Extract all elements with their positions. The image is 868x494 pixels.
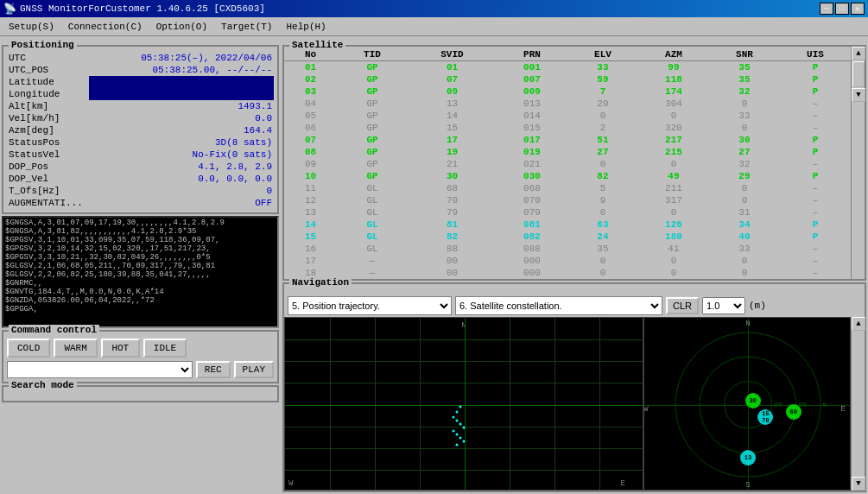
nav-scroll-up[interactable]: ▲ xyxy=(852,317,865,331)
sat-col-header: SNR xyxy=(709,48,780,61)
satellite-dot: 60 xyxy=(786,404,801,420)
nav-scale-select[interactable]: 1.0 xyxy=(702,297,745,314)
nav-view1-select[interactable]: 5. Position trajectory. xyxy=(288,296,452,315)
nav-scrollbar[interactable]: ▲ ▼ xyxy=(851,317,865,491)
pos-label: UTC xyxy=(7,52,89,64)
hot-button[interactable]: HOT xyxy=(101,339,140,358)
table-row: 13GL790790031– xyxy=(284,206,851,218)
constellation-view[interactable]: 30600NSEW15 70301360 xyxy=(643,317,851,491)
nav-views: W E N 30600NSEW15 70301360 ▲ ▼ xyxy=(284,317,865,491)
cold-button[interactable]: COLD xyxy=(7,339,50,358)
pos-value: 0.0 xyxy=(89,112,274,124)
play-button[interactable]: PLAY xyxy=(234,361,274,378)
main-content: Positioning UTC05:38:25(–), 2022/04/06UT… xyxy=(0,36,868,494)
scroll-down-button[interactable]: ▼ xyxy=(852,88,865,102)
nav-view2-select[interactable]: 6. Satellite constellation. xyxy=(455,296,662,315)
menu-connection[interactable]: Connection(C) xyxy=(61,20,149,34)
satellite-scrollbar[interactable]: ▲ ▼ xyxy=(851,47,865,279)
nmea-line: $GNGSA,A,3,01,07,09,17,19,30,,,,,,,,4.1,… xyxy=(5,218,276,227)
grid-line-h xyxy=(285,448,643,449)
trajectory-dot xyxy=(455,434,458,436)
satellite-table: NoTIDSVIDPRNELVAZMSNRUIS 01GP01001339935… xyxy=(284,48,851,279)
satellite-title: Satellite xyxy=(289,40,345,50)
nav-scale-unit: (m) xyxy=(749,301,766,311)
trajectory-dot xyxy=(452,430,454,433)
grid-line-h xyxy=(285,470,643,471)
nav-scroll-down[interactable]: ▼ xyxy=(852,477,865,491)
nav-toolbar: 5. Position trajectory. 6. Satellite con… xyxy=(284,284,865,317)
satellite-group: Satellite NoTIDSVIDPRNELVAZMSNRUIS 01GP0… xyxy=(282,45,866,281)
positioning-table: UTC05:38:25(–), 2022/04/06UTC_POS05:38:2… xyxy=(7,52,274,209)
trajectory-dot xyxy=(452,416,454,419)
pos-label: Alt[km] xyxy=(7,100,89,112)
maximize-button[interactable]: □ xyxy=(835,3,849,15)
crosshair-h xyxy=(285,405,643,406)
search-mode-group: Search mode xyxy=(2,385,279,402)
table-row: 14GL810816312634P xyxy=(284,218,851,231)
grid-line-v xyxy=(599,318,600,490)
scroll-thumb[interactable] xyxy=(852,61,865,87)
direction-label: S xyxy=(745,481,750,490)
pos-label: Azm[deg] xyxy=(7,124,89,136)
pos-label: Latitude xyxy=(7,76,89,88)
table-row: 07GP170175121730P xyxy=(284,134,851,146)
nmea-line: $GLGSV,2,1,06,68,05,211,,70,09,317,,79,,… xyxy=(5,262,276,270)
app-icon: 📡 xyxy=(3,3,16,16)
pos-label: AUGMENTATI... xyxy=(7,197,89,209)
sat-col-header: TID xyxy=(337,48,408,61)
rec-button[interactable]: REC xyxy=(196,361,231,378)
table-row: 11GL6806852110– xyxy=(284,182,851,194)
pos-value: OFF xyxy=(89,197,274,209)
pos-value: ████████████ xyxy=(89,76,274,88)
title-bar: 📡 GNSS MonitorForCustomer 1.40.6.25 [CXD… xyxy=(0,0,868,17)
minimize-button[interactable]: ─ xyxy=(820,3,833,15)
trajectory-dot xyxy=(455,420,458,422)
left-panel: Positioning UTC05:38:25(–), 2022/04/06UT… xyxy=(0,36,281,494)
pos-value: 1493.1 xyxy=(89,100,274,112)
positioning-group: Positioning UTC05:38:25(–), 2022/04/06UT… xyxy=(2,45,279,214)
sat-col-header: AZM xyxy=(638,48,709,61)
pos-label: StatusPos xyxy=(7,136,89,149)
grid-line-v xyxy=(420,318,421,490)
table-row: 02GP070075911835P xyxy=(284,73,851,86)
table-row: 08GP190192721527P xyxy=(284,146,851,158)
direction-label: E xyxy=(840,405,845,414)
trajectory-dot xyxy=(459,437,461,440)
table-row: 09GP210210032– xyxy=(284,158,851,170)
table-row: 03GP09009717432P xyxy=(284,86,851,98)
pos-value: 05:38:25.00, --/--/-- xyxy=(89,64,274,76)
table-row: 16GL88088354133– xyxy=(284,243,851,255)
trajectory-dot xyxy=(455,444,458,446)
table-row: 04GP13013293040– xyxy=(284,98,851,110)
menu-option[interactable]: Option(O) xyxy=(149,20,214,34)
nmea-line: $GNVTG,184.4,T,,M,0.0,N,0.0,K,A*14 xyxy=(5,288,276,296)
idle-button[interactable]: IDLE xyxy=(143,339,187,358)
nmea-line: $GPGSV,3,2,10,14,32,15,02,320,,17,51,217… xyxy=(5,244,276,253)
warm-button[interactable]: WARM xyxy=(54,339,97,358)
grid-line-h xyxy=(285,361,643,362)
grid-line-h xyxy=(285,383,643,383)
command-buttons: COLD WARM HOT IDLE xyxy=(7,339,274,358)
satellite-dot: 30 xyxy=(745,393,761,408)
grid-line-v xyxy=(554,318,555,490)
right-panel: Satellite NoTIDSVIDPRNELVAZMSNRUIS 01GP0… xyxy=(281,36,868,494)
nmea-line: $GLGSV,2,2,06,82,25,180,39,88,35,041,27,… xyxy=(5,270,276,279)
direction-label: W xyxy=(643,405,648,414)
menu-help[interactable]: Help(H) xyxy=(279,20,333,34)
close-button[interactable]: ✕ xyxy=(851,3,865,15)
trajectory-view[interactable]: W E N xyxy=(284,317,643,491)
sat-col-header: SVID xyxy=(408,48,497,61)
nmea-line: $GPGSV,3,3,10,21,,32,30,82,049,26,,,,,,,… xyxy=(5,253,276,262)
navigation-group: Navigation 5. Position trajectory. 6. Sa… xyxy=(282,282,866,492)
nav-clr-button[interactable]: CLR xyxy=(666,297,699,314)
menu-setup[interactable]: Setup(S) xyxy=(2,20,61,34)
menu-target[interactable]: Target(T) xyxy=(214,20,279,34)
nmea-log[interactable]: $GNGSA,A,3,01,07,09,17,19,30,,,,,,,,4.1,… xyxy=(2,216,279,328)
scroll-up-button[interactable]: ▲ xyxy=(852,47,865,60)
table-row: 15GL820822418040P xyxy=(284,231,851,243)
pos-value: 164.4 xyxy=(89,124,274,136)
trajectory-dot xyxy=(459,423,461,426)
pos-value: 0.0, 0.0, 0.0 xyxy=(89,173,274,185)
sat-col-header: No xyxy=(284,48,337,61)
command-select[interactable] xyxy=(7,361,193,378)
